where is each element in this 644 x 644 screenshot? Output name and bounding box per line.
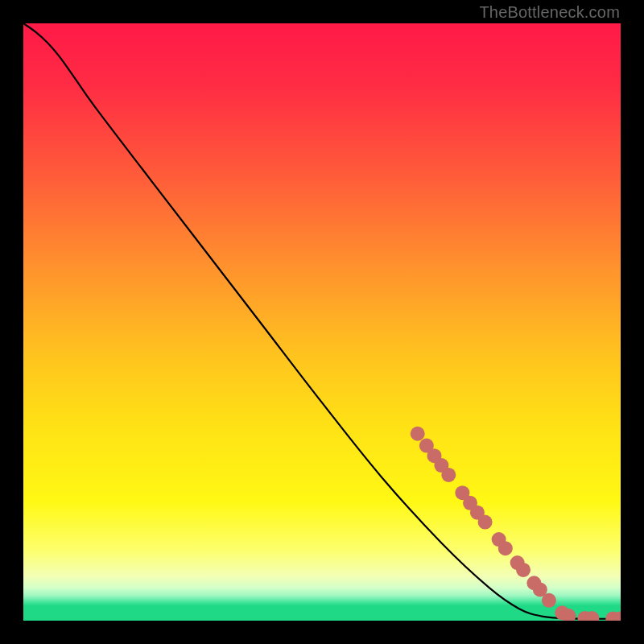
- data-dot: [478, 515, 493, 530]
- data-dot: [441, 468, 456, 482]
- data-dot: [516, 563, 530, 577]
- chart-stage: TheBottleneck.com: [0, 0, 644, 644]
- chart-svg: [23, 23, 621, 621]
- plot-area: [23, 23, 621, 621]
- gradient-background: [23, 23, 621, 621]
- data-dot: [411, 427, 425, 441]
- data-dot: [542, 593, 556, 608]
- data-dot: [498, 541, 513, 555]
- attribution-label: TheBottleneck.com: [479, 3, 620, 22]
